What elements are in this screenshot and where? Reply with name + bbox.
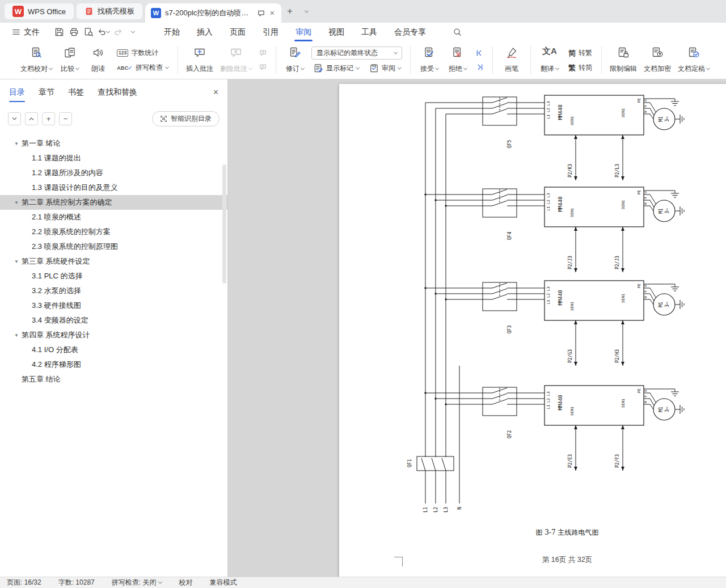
markup-state-select[interactable]: 显示标记的最终状态 <box>311 46 402 60</box>
save-button[interactable] <box>52 26 66 39</box>
restrict-edit-button[interactable]: 限制编辑 <box>606 44 640 77</box>
spell-check-status[interactable]: 拼写检查: 关闭 <box>112 578 162 587</box>
toc-item[interactable]: 2.2 喷泉系统的控制方案 <box>0 225 227 239</box>
toc-item[interactable]: 1.3 课题设计的目的及意义 <box>0 180 227 195</box>
tab-template[interactable]: 找稿壳模板 <box>77 3 142 19</box>
toc-item[interactable]: 1.1 课题的提出 <box>0 151 227 166</box>
ribbon-separator <box>530 46 531 74</box>
customize-toolbar-button[interactable] <box>126 26 140 39</box>
menu-引用[interactable]: 引用 <box>254 23 287 41</box>
spell-check-button[interactable]: ABC✓ 拼写检查 <box>115 62 171 74</box>
toc-expand-icon[interactable]: ▼ <box>11 200 22 205</box>
finalize-button[interactable]: 文档定稿 <box>674 44 713 77</box>
toc-item[interactable]: 第五章 结论 <box>0 372 227 387</box>
tab-wps-office[interactable]: W WPS Office <box>5 3 74 19</box>
search-button[interactable] <box>449 25 465 40</box>
redo-button[interactable] <box>111 26 125 39</box>
search-icon <box>453 27 462 37</box>
toc-expand-icon[interactable]: ▼ <box>11 333 22 338</box>
svg-text:P2/J3: P2/J3 <box>568 256 573 269</box>
redo-icon <box>113 27 123 37</box>
sidebar-tab-查找和替换[interactable]: 查找和替换 <box>98 79 137 105</box>
accept-button[interactable]: 接受 <box>415 44 444 77</box>
file-menu-button[interactable]: 文件 <box>7 23 44 41</box>
svg-text:U: U <box>643 390 647 392</box>
proofread-button[interactable]: 文档校对 <box>17 44 56 77</box>
toc-item[interactable]: ▼第二章 系统控制方案的确定 <box>0 195 227 210</box>
delete-comment-button[interactable]: 删除批注 <box>217 44 255 77</box>
sidebar-tab-章节[interactable]: 章节 <box>39 79 54 105</box>
toc-list: ▼第一章 绪论1.1 课题的提出1.2 课题所涉及的内容1.3 课题设计的目的及… <box>0 132 227 577</box>
toc-expand-icon[interactable]: ▼ <box>11 141 22 146</box>
svg-text:U: U <box>643 191 647 193</box>
toc-item[interactable]: 3.2 水泵的选择 <box>0 284 227 298</box>
chevron-down-icon <box>248 66 252 70</box>
tab-document[interactable]: W s7-200plc控制的自动喷泉系统 × <box>145 3 281 23</box>
toc-item[interactable]: 2.1 喷泉的概述 <box>0 210 227 225</box>
reject-button[interactable]: 拒绝 <box>444 44 472 77</box>
compare-label: 比较 <box>61 64 74 74</box>
undo-button[interactable] <box>96 26 110 39</box>
accept-icon <box>423 46 436 59</box>
toc-item-label: 1.3 课题设计的目的及意义 <box>32 183 118 193</box>
svg-text:3~: 3~ <box>665 302 670 307</box>
brush-button[interactable]: 画笔 <box>497 44 526 77</box>
menu-视图[interactable]: 视图 <box>320 23 353 41</box>
document-canvas[interactable]: QF1L1L2L3NQF5L1 L2 L3MM440DIN1DIN1PEUVWM… <box>228 79 726 577</box>
previous-comment-button[interactable] <box>258 48 269 59</box>
toc-item[interactable]: 4.2 程序梯形图 <box>0 357 227 372</box>
proofread-status[interactable]: 校对 <box>179 578 192 587</box>
toc-item[interactable]: ▼第四章 系统程序设计 <box>0 328 227 342</box>
toc-item[interactable]: 3.1 PLC 的选择 <box>0 269 227 284</box>
compare-button[interactable]: 比较 <box>56 44 84 77</box>
translate-button[interactable]: 文A 翻译 <box>535 44 564 77</box>
toc-item[interactable]: ▼第一章 绪论 <box>0 136 227 151</box>
sidebar-scrollbar[interactable] <box>222 164 226 284</box>
svg-text:DIN1: DIN1 <box>570 116 575 125</box>
review-button[interactable]: 审阅 <box>367 62 403 74</box>
toc-item[interactable]: 2.3 喷泉系统的控制原理图 <box>0 239 227 254</box>
next-change-button[interactable] <box>474 62 486 73</box>
zoom-in-level-button[interactable]: + <box>42 112 55 125</box>
toc-item[interactable]: 1.2 课题所涉及的内容 <box>0 166 227 180</box>
page-indicator[interactable]: 页面: 16/32 <box>7 578 41 587</box>
simplified-to-traditional-button[interactable]: 简 转繁 <box>566 47 594 59</box>
smart-recognize-toc-button[interactable]: 智能识别目录 <box>152 111 220 126</box>
encrypt-button[interactable]: 文档加密 <box>640 44 674 77</box>
collapse-all-button[interactable] <box>25 112 38 125</box>
menu-页面[interactable]: 页面 <box>221 23 254 41</box>
finalize-label: 文档定稿 <box>678 64 705 74</box>
menu-会员专享[interactable]: 会员专享 <box>386 23 434 41</box>
previous-change-button[interactable] <box>474 48 486 59</box>
menu-开始[interactable]: 开始 <box>155 23 188 41</box>
sidebar-tab-书签[interactable]: 书签 <box>68 79 84 105</box>
menu-审阅[interactable]: 审阅 <box>287 23 320 41</box>
toc-item[interactable]: 4.1 I/O 分配表 <box>0 342 227 357</box>
close-tab-icon[interactable]: × <box>269 9 276 18</box>
zoom-out-level-button[interactable]: − <box>59 112 72 125</box>
toc-item[interactable]: ▼第三章 系统硬件设定 <box>0 254 227 269</box>
sidebar-close-icon[interactable]: × <box>213 87 218 98</box>
toc-expand-icon[interactable]: ▼ <box>11 259 22 264</box>
menu-工具[interactable]: 工具 <box>353 23 386 41</box>
track-changes-button[interactable]: 修订 <box>281 44 309 77</box>
spell-check-icon: ABC✓ <box>117 65 133 71</box>
new-tab-button[interactable]: + <box>282 4 297 19</box>
print-button[interactable] <box>67 26 81 39</box>
toc-item[interactable]: 3.3 硬件接线图 <box>0 298 227 313</box>
menu-插入[interactable]: 插入 <box>188 23 221 41</box>
tab-list-button[interactable] <box>299 4 314 19</box>
insert-comment-button[interactable]: 插入批注 <box>183 44 217 77</box>
traditional-to-simplified-button[interactable]: 繁 转简 <box>566 62 594 74</box>
toc-item[interactable]: 3.4 变频器的设定 <box>0 313 227 328</box>
menu-items: 开始插入页面引用审阅视图工具会员专享 <box>155 23 434 41</box>
read-aloud-button[interactable]: 朗读 <box>84 44 112 77</box>
svg-text:DIN1: DIN1 <box>570 407 575 416</box>
print-preview-button[interactable] <box>82 26 95 39</box>
show-markup-button[interactable]: 显示标记 <box>311 62 361 74</box>
sidebar-tab-目录[interactable]: 目录 <box>9 79 25 105</box>
next-comment-button[interactable] <box>258 62 269 73</box>
word-count-indicator[interactable]: 字数: 10287 <box>58 578 95 587</box>
word-count-button[interactable]: 123 字数统计 <box>115 47 171 59</box>
expand-all-button[interactable] <box>8 112 21 125</box>
